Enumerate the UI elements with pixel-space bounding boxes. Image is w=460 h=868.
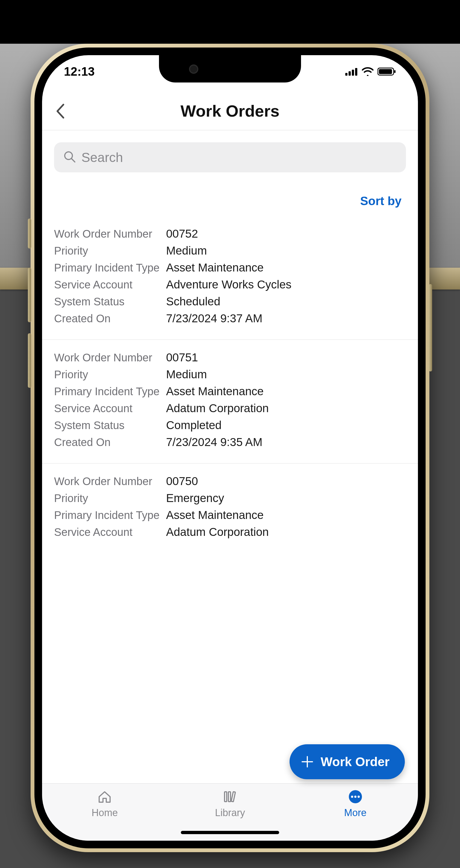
field-value-created: 7/23/2024 9:35 AM (166, 435, 406, 449)
field-label: Primary Incident Type (54, 384, 166, 398)
search-icon (63, 151, 76, 164)
page-title: Work Orders (181, 102, 279, 120)
field-value-account: Adventure Works Cycles (166, 278, 406, 291)
back-button[interactable] (55, 103, 66, 119)
field-label: Service Account (54, 278, 166, 291)
field-label: Primary Incident Type (54, 508, 166, 522)
plus-icon (301, 755, 314, 769)
svg-rect-6 (394, 70, 396, 73)
field-value-created: 7/23/2024 9:37 AM (166, 312, 406, 325)
svg-rect-11 (224, 792, 227, 802)
device-frame: 12:13 (31, 44, 429, 852)
search-field[interactable] (54, 142, 406, 172)
cellular-icon (345, 67, 358, 76)
svg-point-17 (358, 796, 360, 798)
field-label: Priority (54, 491, 166, 505)
svg-rect-1 (348, 71, 351, 76)
work-order-card[interactable]: Work Order Number00752 PriorityMedium Pr… (42, 216, 418, 340)
field-value-priority: Emergency (166, 491, 406, 505)
field-label: Work Order Number (54, 351, 166, 364)
field-label: Service Account (54, 525, 166, 539)
field-value-status: Completed (166, 418, 406, 432)
field-label: System Status (54, 418, 166, 432)
home-indicator[interactable] (181, 831, 279, 834)
field-label: Priority (54, 368, 166, 381)
field-value-account: Adatum Corporation (166, 402, 406, 415)
work-order-card[interactable]: Work Order Number00750 PriorityEmergency… (42, 464, 418, 553)
svg-rect-13 (231, 792, 235, 802)
more-icon (348, 789, 363, 804)
tab-label: Library (215, 807, 245, 818)
search-input[interactable] (82, 150, 397, 165)
titlebar: Work Orders (42, 92, 418, 130)
svg-rect-12 (228, 792, 231, 802)
home-icon (97, 789, 112, 804)
field-value-status: Scheduled (166, 295, 406, 308)
screen: 12:13 (42, 55, 418, 841)
field-label: Primary Incident Type (54, 261, 166, 275)
svg-rect-2 (352, 70, 354, 76)
field-label: Work Order Number (54, 227, 166, 241)
svg-rect-3 (355, 68, 357, 76)
svg-point-16 (354, 796, 357, 798)
wifi-icon (362, 67, 374, 76)
tab-home[interactable]: Home (42, 784, 167, 841)
svg-rect-5 (379, 69, 392, 74)
field-label: System Status (54, 295, 166, 308)
field-value-incident: Asset Maintenance (166, 384, 406, 398)
field-value-number: 00750 (166, 474, 406, 488)
field-value-incident: Asset Maintenance (166, 261, 406, 275)
field-label: Created On (54, 312, 166, 325)
field-label: Work Order Number (54, 474, 166, 488)
field-label: Service Account (54, 402, 166, 415)
status-time: 12:13 (64, 65, 95, 79)
field-value-number: 00752 (166, 227, 406, 241)
device-notch (159, 55, 301, 83)
tab-more[interactable]: More (293, 784, 418, 841)
tab-label: Home (92, 807, 118, 818)
field-value-incident: Asset Maintenance (166, 508, 406, 522)
field-value-priority: Medium (166, 244, 406, 257)
library-icon (222, 789, 238, 804)
new-work-order-button[interactable]: Work Order (289, 744, 405, 779)
battery-icon (377, 67, 396, 76)
svg-rect-0 (345, 73, 347, 76)
field-value-priority: Medium (166, 368, 406, 381)
field-label: Priority (54, 244, 166, 257)
work-order-card[interactable]: Work Order Number00751 PriorityMedium Pr… (42, 340, 418, 464)
tab-label: More (344, 807, 367, 818)
field-label: Created On (54, 435, 166, 449)
svg-line-8 (71, 159, 75, 162)
field-value-number: 00751 (166, 351, 406, 364)
sort-by-button[interactable]: Sort by (360, 194, 402, 208)
svg-point-15 (351, 796, 353, 798)
field-value-account: Adatum Corporation (166, 525, 406, 539)
fab-label: Work Order (321, 754, 390, 769)
